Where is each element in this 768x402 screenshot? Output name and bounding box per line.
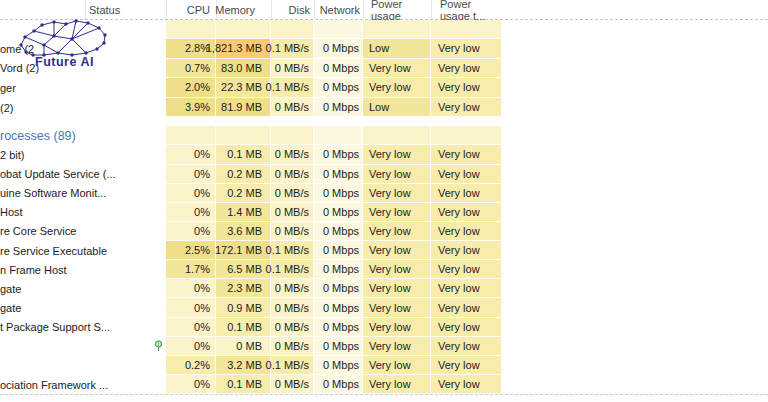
process-status: [85, 20, 166, 39]
memory-value: 83.0 MB: [216, 59, 271, 79]
disk-value: 0 MB/s: [271, 337, 314, 356]
network-value: 0 Mbps: [314, 337, 363, 356]
process-row[interactable]: t Package Support S... 0% 0.1 MB 0 MB/s …: [0, 318, 768, 337]
memory-value: [216, 20, 271, 39]
column-header-status[interactable]: Status: [85, 0, 166, 19]
network-value: 0 Mbps: [314, 222, 363, 241]
memory-value: 0.1 MB: [216, 318, 271, 337]
column-header-power-usage-trend[interactable]: Power usage t...: [431, 0, 502, 19]
power-usage-value: Very low: [363, 375, 431, 394]
power-usage-value: Very low: [363, 298, 431, 317]
memory-value: [216, 126, 271, 145]
memory-value: 1,821.3 MB: [216, 39, 271, 59]
column-header-cpu[interactable]: CPU: [166, 0, 216, 19]
disk-value: 0 MB/s: [271, 59, 314, 79]
process-status: [85, 375, 166, 394]
cpu-value: [166, 126, 216, 145]
disk-value: [271, 126, 314, 145]
cpu-value: 0%: [166, 298, 216, 317]
power-usage-value: Very low: [363, 337, 431, 356]
cpu-value: [166, 20, 216, 39]
power-usage-trend-value: Very low: [431, 356, 502, 375]
power-usage-value: Low: [363, 39, 431, 59]
process-status: [85, 356, 166, 375]
power-usage-value: Very low: [363, 356, 431, 375]
power-usage-value: [363, 126, 431, 145]
process-row[interactable]: re Core Service 0% 3.6 MB 0 MB/s 0 Mbps …: [0, 222, 768, 241]
power-usage-trend-value: Very low: [431, 318, 502, 337]
memory-value: 6.5 MB: [216, 260, 271, 279]
process-row[interactable]: 0.2% 3.2 MB 0.1 MB/s 0 Mbps Very low Ver…: [0, 356, 768, 375]
process-row[interactable]: Host 0% 1.4 MB 0 MB/s 0 Mbps Very low Ve…: [0, 203, 768, 222]
partial-scrolled-row[interactable]: [0, 20, 768, 39]
disk-value: 0.1 MB/s: [271, 260, 314, 279]
process-status: [85, 222, 166, 241]
network-value: 0 Mbps: [314, 356, 363, 375]
memory-value: 0.1 MB: [216, 145, 271, 164]
power-usage-trend-value: Very low: [431, 78, 502, 98]
task-manager-processes-view: Status CPU Memory Disk Network Power usa…: [0, 0, 768, 402]
process-row[interactable]: ome (2 2.8% 1,821.3 MB 0.1 MB/s 0 Mbps L…: [0, 39, 768, 59]
process-row[interactable]: 2 bit) 0% 0.1 MB 0 MB/s 0 Mbps Very low …: [0, 145, 768, 164]
group-gap: [0, 117, 768, 126]
network-value: 0 Mbps: [314, 98, 363, 118]
process-row[interactable]: ger 2.0% 22.3 MB 0.1 MB/s 0 Mbps Very lo…: [0, 78, 768, 98]
process-row[interactable]: re Service Executable 2.5% 172.1 MB 0.1 …: [0, 241, 768, 260]
process-status: [85, 203, 166, 222]
process-row[interactable]: uine Software Monit... 0% 0.2 MB 0 MB/s …: [0, 184, 768, 203]
network-value: 0 Mbps: [314, 318, 363, 337]
process-row[interactable]: 0% 0 MB 0 MB/s 0 Mbps Very low Very low: [0, 337, 768, 356]
power-usage-value: Very low: [363, 184, 431, 203]
cpu-value: 0%: [166, 222, 216, 241]
memory-value: 22.3 MB: [216, 78, 271, 98]
group-header-label[interactable]: rocesses (89): [0, 126, 76, 145]
column-header-power-usage[interactable]: Power usage: [363, 0, 431, 19]
cpu-value: 3.9%: [166, 98, 216, 118]
column-header-network[interactable]: Network: [314, 0, 363, 19]
cpu-value: 0%: [166, 165, 216, 184]
memory-value: 3.2 MB: [216, 356, 271, 375]
power-usage-trend-value: [431, 126, 502, 145]
cpu-value: 1.7%: [166, 260, 216, 279]
power-usage-value: Very low: [363, 260, 431, 279]
memory-value: 0 MB: [216, 337, 271, 356]
process-status: [85, 59, 166, 79]
disk-value: [271, 20, 314, 39]
column-header-memory[interactable]: Memory: [216, 0, 271, 19]
process-row[interactable]: ociation Framework ... 0% 0.1 MB 0 MB/s …: [0, 375, 768, 394]
memory-value: 1.4 MB: [216, 203, 271, 222]
process-row[interactable]: Vord (2) 0.7% 83.0 MB 0 MB/s 0 Mbps Very…: [0, 59, 768, 79]
power-usage-trend-value: [431, 20, 502, 39]
process-row[interactable]: gate 0% 0.9 MB 0 MB/s 0 Mbps Very low Ve…: [0, 298, 768, 317]
network-value: 0 Mbps: [314, 59, 363, 79]
cpu-value: 0%: [166, 375, 216, 394]
power-usage-value: Very low: [363, 165, 431, 184]
memory-value: 0.1 MB: [216, 375, 271, 394]
cpu-value: 0%: [166, 145, 216, 164]
memory-value: 3.6 MB: [216, 222, 271, 241]
process-status: [85, 318, 166, 337]
disk-value: 0 MB/s: [271, 98, 314, 118]
process-row[interactable]: gate 0% 2.3 MB 0 MB/s 0 Mbps Very low Ve…: [0, 279, 768, 298]
network-value: 0 Mbps: [314, 375, 363, 394]
power-usage-value: Very low: [363, 203, 431, 222]
process-status: [85, 337, 166, 356]
power-usage-trend-value: Very low: [431, 241, 502, 260]
disk-value: 0 MB/s: [271, 279, 314, 298]
memory-value: 81.9 MB: [216, 98, 271, 118]
power-usage-value: Very low: [363, 241, 431, 260]
disk-value: 0 MB/s: [271, 184, 314, 203]
cpu-value: 2.0%: [166, 78, 216, 98]
power-usage-trend-value: Very low: [431, 375, 502, 394]
process-row[interactable]: obat Update Service (... 0% 0.2 MB 0 MB/…: [0, 165, 768, 184]
power-usage-value: Very low: [363, 222, 431, 241]
group-header-background-processes[interactable]: rocesses (89): [0, 126, 768, 145]
power-usage-trend-value: Very low: [431, 59, 502, 79]
process-row[interactable]: (2) 3.9% 81.9 MB 0 MB/s 0 Mbps Low Very …: [0, 98, 768, 118]
process-status: [85, 78, 166, 98]
power-usage-trend-value: Very low: [431, 337, 502, 356]
network-value: 0 Mbps: [314, 279, 363, 298]
process-row[interactable]: n Frame Host 1.7% 6.5 MB 0.1 MB/s 0 Mbps…: [0, 260, 768, 279]
process-status: [85, 260, 166, 279]
column-header-disk[interactable]: Disk: [271, 0, 314, 19]
